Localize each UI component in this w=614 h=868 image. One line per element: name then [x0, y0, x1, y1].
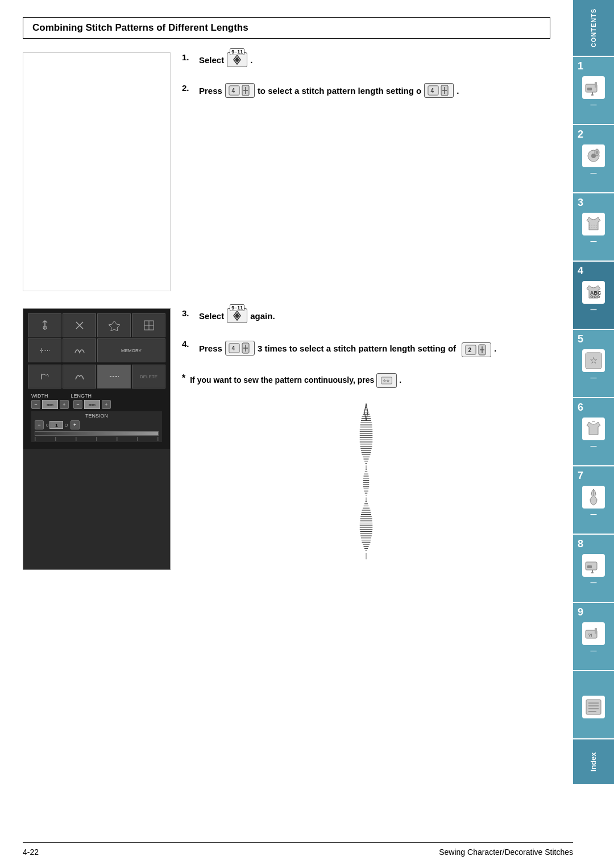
- width-controls: − mm +: [31, 400, 69, 409]
- machine-panel: MEMORY DELETE: [23, 309, 170, 449]
- length-label: LENGTH: [71, 393, 92, 399]
- svg-rect-4: [595, 82, 597, 88]
- step-4-text-end: .: [494, 344, 496, 353]
- tension-plus[interactable]: +: [70, 420, 80, 429]
- main-content: Combining Stitch Patterns of Different L…: [0, 0, 573, 868]
- panel-cell-stitch2: [63, 365, 96, 388]
- title-box: Combining Stitch Patterns of Different L…: [23, 17, 550, 39]
- sidebar-tab-4[interactable]: 4 ABC ✿✿✿ —: [573, 262, 614, 330]
- sidebar-tab-7[interactable]: 7 —: [573, 466, 614, 535]
- tab-9-number: 9: [578, 606, 583, 618]
- svg-text:4: 4: [231, 88, 235, 94]
- step-3-button: 9–11: [227, 308, 247, 323]
- sidebar-tab-2[interactable]: 2 —: [573, 125, 614, 193]
- tab-4-label: —: [591, 306, 597, 313]
- tab-7-icon: [582, 486, 605, 509]
- left-panel-1: [23, 52, 171, 291]
- sidebar-tab-1[interactable]: 1 —: [573, 57, 614, 125]
- length-plus[interactable]: +: [102, 400, 111, 409]
- tab-9-label: —: [591, 647, 597, 655]
- step-4-text: Press 4 3 times to select a stitch patte…: [199, 339, 550, 357]
- sidebar-tab-list[interactable]: [573, 671, 614, 739]
- tab-9-icon: ?!: [582, 622, 605, 645]
- width-minus[interactable]: −: [31, 400, 40, 409]
- tab-2-icon: [582, 144, 605, 167]
- panel-grid-top: MEMORY: [28, 313, 165, 362]
- note-text: If you want to sew the pattern continuou…: [190, 373, 401, 388]
- panel-cell-1: [28, 313, 61, 337]
- step-2-button-result: 4: [424, 83, 454, 98]
- step-2-press-label: Press: [199, 86, 222, 96]
- stitch-preview: [182, 399, 550, 570]
- step-1-row: 1. Select 9–11 .: [182, 52, 550, 67]
- sidebar-tab-3[interactable]: 3 —: [573, 193, 614, 262]
- tab-6-number: 6: [578, 402, 583, 414]
- steps-section-1: 1. Select 9–11 . 2.: [23, 52, 550, 291]
- svg-point-19: [591, 572, 594, 573]
- svg-rect-22: [595, 628, 597, 634]
- svg-text:4: 4: [431, 88, 434, 94]
- width-plus[interactable]: +: [60, 400, 69, 409]
- page-title: Combining Stitch Patterns of Different L…: [32, 22, 541, 34]
- svg-rect-23: [586, 700, 601, 714]
- sidebar-tab-contents[interactable]: CONTENTS: [573, 0, 614, 57]
- sidebar-tab-6[interactable]: 6 —: [573, 398, 614, 466]
- contents-label: CONTENTS: [590, 9, 597, 48]
- sidebar-tab-8[interactable]: 8 —: [573, 535, 614, 603]
- left-panel-2: MEMORY DELETE: [23, 308, 171, 570]
- width-mm: mm: [47, 403, 53, 407]
- tension-section: TENSION − 0 1 O +: [31, 411, 162, 442]
- sidebar-tab-9[interactable]: 9 ?! —: [573, 603, 614, 671]
- delete-label: DELETE: [140, 374, 157, 379]
- panel-cell-6: [63, 338, 96, 362]
- step-2-text-middle: to select a stitch pattern length settin…: [258, 86, 421, 96]
- panel-cell-2: [63, 313, 96, 337]
- step-4-button-2: 2: [462, 342, 491, 357]
- step-4-row: 4. Press 4 3 times to s: [182, 339, 550, 357]
- tab-4-icon: ABC ✿✿✿: [582, 281, 605, 304]
- length-minus[interactable]: −: [73, 400, 82, 409]
- step-4-text-middle: 3 times to select a stitch pattern lengt…: [258, 344, 456, 353]
- sidebar: CONTENTS 1 — 2 — 3: [573, 0, 614, 868]
- tab-5-number: 5: [578, 333, 583, 345]
- footer-page-number: 4-22: [23, 848, 39, 857]
- svg-point-3: [591, 94, 594, 96]
- length-mm: mm: [89, 403, 96, 407]
- tab-2-label: —: [591, 170, 597, 177]
- tab-1-icon: [582, 76, 605, 99]
- tab-8-label: —: [591, 579, 597, 586]
- svg-text:✿✿✿: ✿✿✿: [590, 295, 600, 299]
- sidebar-tab-5[interactable]: 5 ☆ —: [573, 330, 614, 398]
- tab-3-icon: [582, 213, 605, 235]
- step-2-row: 2. Press 4: [182, 83, 550, 98]
- stitch-diagram: [349, 399, 383, 570]
- page-footer: 4-22 Sewing Character/Decorative Stitche…: [23, 842, 573, 857]
- tab-7-label: —: [591, 511, 597, 518]
- tab-8-number: 8: [578, 538, 583, 550]
- note-row: * If you want to sew the pattern continu…: [182, 373, 550, 388]
- tab-1-number: 1: [578, 60, 583, 72]
- tab-4-number: 4: [578, 265, 583, 277]
- svg-text:2: 2: [468, 347, 472, 353]
- panel-grid-mid: DELETE: [28, 365, 165, 388]
- sidebar-tab-index[interactable]: Index: [573, 739, 614, 785]
- step-1-badge: 9–11: [230, 48, 244, 55]
- svg-rect-1: [587, 88, 592, 90]
- tab-3-number: 3: [578, 197, 583, 209]
- tab-3-label: —: [591, 238, 597, 245]
- step-2-text-end: .: [457, 86, 459, 96]
- step-1-text: Select 9–11 .: [199, 52, 550, 67]
- panel-cell-stitch1: [28, 365, 61, 388]
- tab-list-icon: [582, 696, 605, 718]
- step-3-badge: 9–11: [230, 304, 244, 311]
- panel-cell-3: [97, 313, 131, 337]
- index-label: Index: [590, 752, 598, 771]
- right-panel-2: 3. Select 9–11 again. 4.: [182, 308, 550, 570]
- tab-5-label: —: [591, 374, 597, 382]
- step-2-text: Press 4 to select a stitch pa: [199, 83, 550, 98]
- width-display: mm: [42, 400, 58, 409]
- right-panel-1: 1. Select 9–11 . 2.: [182, 52, 550, 291]
- panel-cell-stitch3: [97, 365, 131, 388]
- tab-2-number: 2: [578, 129, 583, 140]
- tension-minus[interactable]: −: [35, 420, 44, 429]
